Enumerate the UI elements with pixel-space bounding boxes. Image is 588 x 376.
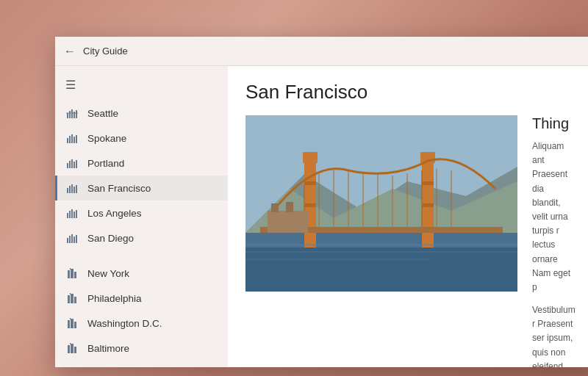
svg-rect-4 (76, 110, 77, 118)
svg-rect-14 (74, 162, 75, 168)
sidebar-item-philadelphia[interactable]: Philadelphia (55, 286, 228, 311)
sidebar-label-new-york: New York (87, 268, 129, 279)
svg-rect-1 (69, 111, 71, 118)
svg-rect-76 (245, 251, 517, 253)
svg-rect-3 (74, 112, 75, 118)
svg-rect-18 (71, 184, 73, 193)
svg-rect-40 (71, 319, 74, 328)
svg-rect-45 (74, 347, 76, 353)
building-icon (65, 317, 79, 330)
east-coast-section: New York Philadelphia Washington D.C. (55, 261, 228, 361)
svg-rect-58 (422, 181, 434, 185)
svg-rect-10 (76, 135, 77, 143)
city-icon (65, 231, 79, 245)
svg-rect-28 (71, 234, 73, 243)
city-title: San Francisco (245, 81, 574, 104)
sidebar-item-seattle[interactable]: Seattle (55, 101, 228, 126)
right-panel-title: Thing (532, 115, 574, 132)
content-area: ☰ Seattle Spokane (55, 66, 588, 367)
svg-rect-72 (268, 211, 308, 233)
hamburger-menu[interactable]: ☰ (55, 72, 228, 101)
svg-rect-54 (303, 152, 318, 163)
sidebar-item-baltimore[interactable]: Baltimore (55, 336, 228, 361)
svg-rect-46 (70, 343, 71, 344)
svg-rect-32 (71, 269, 74, 278)
back-button[interactable]: ← (64, 45, 76, 58)
sidebar-item-los-angeles[interactable]: Los Angeles (55, 200, 228, 225)
right-panel-text-1: Aliquam ant Praesent dia blandit, velit … (532, 140, 574, 294)
svg-rect-7 (69, 136, 71, 143)
main-row: Thing Aliquam ant Praesent dia blandit, … (245, 115, 574, 367)
main-content: San Francisco (228, 66, 588, 367)
svg-rect-15 (76, 160, 77, 168)
svg-rect-22 (69, 211, 71, 218)
building-icon (65, 267, 79, 280)
sidebar-label-washington-dc: Washington D.C. (87, 318, 162, 329)
svg-rect-34 (70, 268, 71, 270)
svg-rect-59 (422, 203, 434, 207)
city-icon (65, 106, 79, 120)
right-panel: Thing Aliquam ant Praesent dia blandit, … (532, 115, 574, 367)
sidebar-item-new-york[interactable]: New York (55, 261, 228, 286)
svg-rect-49 (245, 247, 517, 292)
city-icon (65, 156, 79, 170)
svg-rect-56 (304, 181, 316, 185)
svg-rect-57 (304, 203, 316, 207)
svg-rect-26 (67, 238, 68, 243)
svg-rect-24 (74, 212, 75, 218)
svg-rect-73 (271, 203, 279, 212)
svg-rect-17 (69, 186, 71, 193)
right-panel-text-2: Vestibulum r Praesent ser ipsum, quis no… (532, 303, 574, 367)
sidebar-label-spokane: Spokane (87, 133, 126, 144)
svg-rect-21 (67, 213, 68, 218)
svg-rect-19 (74, 187, 75, 193)
svg-rect-31 (68, 270, 70, 278)
west-coast-section: Seattle Spokane Portland (55, 101, 228, 250)
svg-rect-35 (68, 295, 70, 303)
sidebar-label-san-diego: San Diego (87, 233, 134, 244)
sidebar-item-washington-dc[interactable]: Washington D.C. (55, 311, 228, 336)
building-icon (65, 341, 79, 355)
svg-rect-74 (286, 202, 293, 212)
sidebar-label-portland: Portland (87, 158, 124, 169)
app-window: ← City Guide ☰ Seattle Spokane (55, 37, 588, 367)
city-image (245, 115, 517, 292)
svg-rect-33 (74, 272, 76, 278)
svg-rect-37 (74, 297, 76, 303)
svg-rect-23 (71, 209, 73, 218)
app-title: City Guide (83, 46, 128, 57)
svg-rect-13 (71, 159, 73, 168)
sidebar-item-spokane[interactable]: Spokane (55, 126, 228, 151)
svg-rect-20 (76, 185, 77, 193)
sidebar-label-philadelphia: Philadelphia (87, 293, 142, 304)
sidebar-item-san-francisco[interactable]: San Francisco (55, 176, 228, 200)
svg-rect-8 (71, 134, 73, 143)
svg-rect-9 (74, 137, 75, 143)
svg-rect-36 (71, 294, 74, 303)
city-icon (65, 206, 79, 220)
sidebar-divider (55, 255, 228, 261)
svg-rect-44 (71, 344, 74, 353)
svg-rect-42 (70, 318, 71, 319)
sidebar-label-seattle: Seattle (87, 108, 118, 119)
svg-rect-75 (245, 244, 517, 246)
svg-rect-25 (76, 210, 77, 218)
svg-rect-27 (69, 236, 71, 243)
svg-rect-29 (74, 236, 75, 243)
sidebar-label-baltimore: Baltimore (87, 343, 129, 354)
svg-rect-43 (68, 345, 70, 353)
city-icon (65, 131, 79, 145)
svg-rect-41 (74, 322, 76, 328)
title-bar: ← City Guide (55, 37, 588, 66)
svg-rect-30 (76, 235, 77, 243)
svg-rect-0 (67, 113, 68, 118)
sidebar-label-san-francisco: San Francisco (87, 183, 151, 194)
svg-rect-16 (67, 188, 68, 193)
svg-rect-77 (245, 258, 429, 260)
svg-rect-2 (71, 109, 73, 118)
sidebar-item-portland[interactable]: Portland (55, 151, 228, 176)
building-icon (65, 292, 79, 305)
svg-rect-11 (67, 163, 68, 168)
sidebar-item-san-diego[interactable]: San Diego (55, 225, 228, 250)
svg-rect-6 (67, 138, 68, 143)
